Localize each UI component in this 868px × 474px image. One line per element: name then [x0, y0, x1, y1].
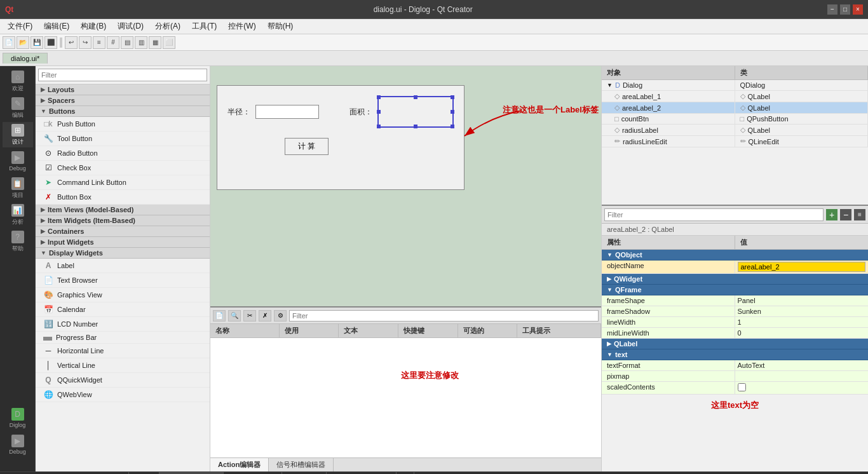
widget-calendar[interactable]: 📅 Calendar [36, 302, 210, 317]
bottom-btn-3[interactable]: ✂ [243, 310, 256, 322]
th-name: 名称 [210, 324, 280, 337]
sidebar-item-design[interactable]: ⊞ 设计 [3, 122, 33, 147]
widget-radio-button-label: Radio Button [57, 149, 98, 157]
menu-debug[interactable]: 调试(D) [112, 20, 149, 33]
widget-label-label: Label [57, 262, 74, 269]
menu-build[interactable]: 构建(B) [76, 20, 111, 33]
sidebar-item-analyze[interactable]: 📊 分析 [3, 202, 33, 227]
category-buttons[interactable]: ▼ Buttons [36, 106, 210, 117]
action-table-header: 名称 使用 文本 快捷键 可选的 工具提示 [210, 324, 601, 338]
toolbar-new[interactable]: 📄 [3, 36, 15, 49]
sidebar-item-diglog[interactable]: D Diglog [3, 405, 33, 431]
widget-check-box[interactable]: ☑ Check Box [36, 161, 210, 175]
category-input-widgets[interactable]: ▶ Input Widgets [36, 237, 210, 248]
toolbar-redo[interactable]: ↪ [79, 36, 92, 49]
category-display-widgets[interactable]: ▼ Display Widgets [36, 248, 210, 259]
widget-filter-area [36, 66, 210, 85]
action-filter-input[interactable] [289, 310, 599, 322]
widget-button-box[interactable]: ✗ Button Box [36, 190, 210, 205]
toolbar-open[interactable]: 📂 [17, 36, 29, 49]
qlabel-icon-1: ◇ [740, 92, 745, 100]
menu-analyze[interactable]: 分析(A) [150, 20, 186, 33]
category-item-views-label: Item Views (Model-Based) [48, 206, 134, 213]
widget-horizontal-line[interactable]: ─ Horizontal Line [36, 344, 210, 358]
category-buttons-label: Buttons [49, 107, 76, 115]
containers-arrow: ▶ [41, 228, 45, 234]
sidebar-item-debug[interactable]: ▶ Debug [3, 149, 33, 174]
widget-vertical-line[interactable]: │ Vertical Line [36, 358, 210, 373]
objectname-input[interactable] [738, 262, 866, 272]
toolbar-extra3[interactable]: ▦ [149, 36, 161, 49]
widget-push-button-label: Push Button [57, 120, 95, 128]
widget-lcd-number[interactable]: 🔢 LCD Number [36, 317, 210, 332]
widget-command-link-button[interactable]: ➤ Command Link Button [36, 175, 210, 190]
widget-list: ▶ Layouts ▶ Spacers ▼ Buttons □k Push Bu… [36, 85, 210, 471]
bottom-btn-2[interactable]: 🔍 [228, 310, 241, 322]
widget-button-box-label: Button Box [57, 193, 92, 201]
toolbar-extra1[interactable]: ▤ [121, 36, 133, 49]
center-bottom-tabs: Action编辑器 信号和槽编辑器 [210, 457, 601, 471]
prop-add-btn[interactable]: + [826, 209, 837, 220]
tab-action-editor[interactable]: Action编辑器 [210, 458, 269, 471]
prop-value-midlinewidth: 0 [735, 328, 869, 338]
prop-filter-input[interactable] [604, 208, 824, 221]
category-layouts[interactable]: ▶ Layouts [36, 85, 210, 95]
prop-name-linewidth: lineWidth [602, 317, 735, 327]
widget-panel: ▶ Layouts ▶ Spacers ▼ Buttons □k Push Bu… [36, 66, 210, 471]
widget-filter-input[interactable] [38, 69, 207, 81]
toolbar-save[interactable]: 💾 [31, 36, 43, 49]
menu-edit[interactable]: 编辑(E) [39, 20, 74, 33]
toolbar-extra4[interactable]: ⬜ [163, 36, 175, 49]
sidebar-item-project[interactable]: 📋 项目 [3, 175, 33, 201]
prop-value-frameshadow: Sunken [735, 306, 869, 316]
obj-header: 对象 类 [602, 66, 868, 80]
widget-qwebview[interactable]: 🌐 QWebView [36, 388, 210, 402]
widget-push-button[interactable]: □k Push Button [36, 117, 210, 132]
toolbar-undo[interactable]: ↩ [65, 36, 78, 49]
category-containers[interactable]: ▶ Containers [36, 226, 210, 237]
widget-label[interactable]: A Label [36, 259, 210, 273]
widget-qquick-widget[interactable]: Q QQuickWidget [36, 373, 210, 388]
prop-settings-btn[interactable]: ≡ [854, 209, 865, 220]
menu-help[interactable]: 帮助(H) [262, 20, 299, 33]
widget-graphics-view[interactable]: 🎨 Graphics View [36, 288, 210, 302]
file-tab-dialog[interactable]: dialog.ui* [3, 53, 48, 64]
maximize-button[interactable]: □ [840, 4, 850, 15]
toolbar-save-all[interactable]: ⬛ [44, 36, 57, 49]
sidebar-item-debug2[interactable]: ▶ Debug [3, 432, 33, 457]
group-qframe: ▼ QFrame [602, 285, 868, 295]
category-layouts-label: Layouts [48, 86, 74, 93]
widget-radio-button[interactable]: ⊙ Radio Button [36, 146, 210, 161]
window-controls[interactable]: − □ × [827, 4, 863, 15]
category-item-widgets[interactable]: ▶ Item Widgets (Item-Based) [36, 215, 210, 226]
category-display-widgets-label: Display Widgets [49, 249, 103, 257]
category-item-views[interactable]: ▶ Item Views (Model-Based) [36, 205, 210, 215]
prop-remove-btn[interactable]: − [840, 209, 851, 220]
tab-signal-editor[interactable]: 信号和槽编辑器 [269, 458, 334, 471]
obj-row-arealabel2[interactable]: ◇ areaLabel_2 ◇ QLabel [602, 102, 868, 114]
radius-input[interactable] [255, 105, 319, 119]
bottom-btn-1[interactable]: 📄 [213, 310, 226, 322]
sidebar-item-edit[interactable]: ✎ 编辑 [3, 95, 33, 121]
toolbar-align[interactable]: ≡ [93, 36, 105, 49]
widget-text-browser[interactable]: 📄 Text Browser [36, 273, 210, 288]
menu-file[interactable]: 文件(F) [3, 20, 37, 33]
prop-name-pixmap: pixmap [602, 371, 735, 381]
close-button[interactable]: × [853, 4, 863, 15]
toolbar-extra2[interactable]: ▥ [135, 36, 147, 49]
compute-button[interactable]: 计 算 [285, 138, 329, 155]
sidebar-item-welcome[interactable]: ⌂ 欢迎 [3, 69, 33, 94]
widget-progress-bar[interactable]: Progress Bar [36, 332, 210, 344]
widget-qquick-label: QQuickWidget [57, 376, 102, 384]
prop-name-scaledcontents: scaledContents [602, 382, 735, 394]
sidebar-item-help[interactable]: ? 帮助 [3, 229, 33, 254]
category-spacers[interactable]: ▶ Spacers [36, 95, 210, 106]
scaledcontents-checkbox[interactable] [738, 383, 746, 391]
bottom-btn-5[interactable]: ⚙ [274, 310, 287, 322]
menu-tools[interactable]: 工具(T) [187, 20, 222, 33]
menu-controls[interactable]: 控件(W) [223, 20, 261, 33]
widget-tool-button[interactable]: 🔧 Tool Button [36, 132, 210, 146]
toolbar-grid[interactable]: # [107, 36, 119, 49]
minimize-button[interactable]: − [827, 4, 837, 15]
bottom-btn-4[interactable]: ✗ [259, 310, 271, 322]
